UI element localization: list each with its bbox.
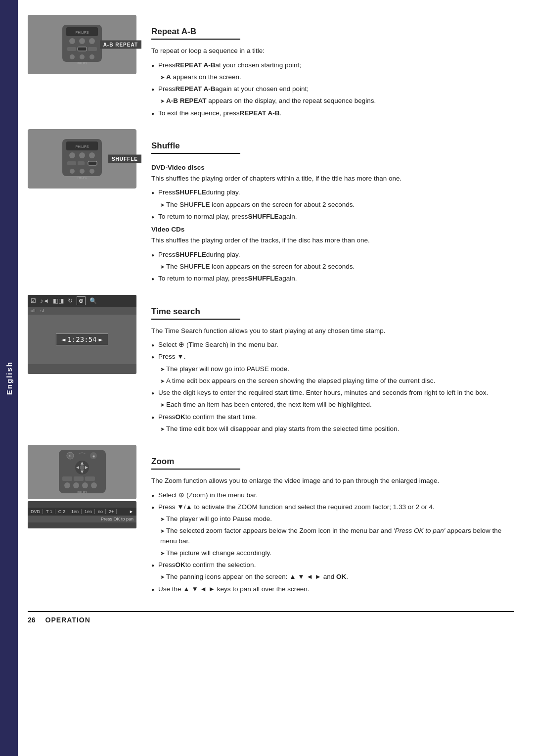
svg-point-4	[79, 38, 85, 44]
time-search-intro: The Time Search function allows you to s…	[151, 326, 514, 336]
shuffle-left: PHILIPS PHILIPS SHUFFLE	[28, 129, 141, 286]
svg-text:PHILIPS: PHILIPS	[77, 491, 87, 494]
shuffle-right: Shuffle DVD-Video discs This shuffles th…	[151, 129, 514, 286]
svg-text:PHILIPS: PHILIPS	[77, 176, 87, 179]
bold-text: REPEAT A-B	[176, 84, 216, 94]
shuffle-device-image: PHILIPS PHILIPS SHUFFLE	[28, 129, 136, 189]
shuffle-device-label: SHUFFLE	[108, 154, 141, 163]
svg-text:PHILIPS: PHILIPS	[76, 145, 89, 148]
shuffle-dvd-subtitle: DVD-Video discs	[151, 164, 514, 171]
shuffle-vcd-intro: This shuffles the playing order of the t…	[151, 235, 514, 246]
bold-text: A-B REPEAT	[166, 97, 207, 104]
repeat-ab-device-label: A-B REPEAT	[100, 41, 141, 49]
time-search-left: ☑ ♪◄ ◧◨ ↻ ⊕ 🔍 off st ◄ 1:23:54 ►	[28, 295, 141, 436]
timecode-display: ◄ 1:23:54 ►	[56, 333, 108, 345]
list-item: Press SHUFFLE during play.	[151, 188, 514, 197]
list-item: Press ▼/▲ to activate the ZOOM function …	[151, 502, 514, 512]
shuffle-remote-svg: PHILIPS PHILIPS	[57, 137, 107, 181]
time-search-bullets: Select ⊕ (Time Search) in the menu bar. …	[151, 340, 514, 434]
footer-section-label: OPERATION	[45, 616, 90, 624]
list-item: Select ⊕ (Time Search) in the menu bar.	[151, 340, 514, 350]
repeat-ab-left: PHILIPS PHILIPS A-B REPEAT	[28, 15, 141, 120]
menu-icon-time-active: ⊕	[77, 296, 86, 305]
shuffle-section: PHILIPS PHILIPS SHUFFLE Shuffle DVD-Vide…	[28, 129, 514, 286]
svg-rect-37	[62, 476, 72, 481]
screen-body: ◄ 1:23:54 ►	[28, 315, 136, 364]
list-item: Press ▼.	[151, 352, 514, 362]
svg-rect-38	[74, 476, 84, 481]
list-item: To return to normal play, press SHUFFLE …	[151, 274, 514, 284]
svg-text:PHILIPS: PHILIPS	[76, 31, 89, 34]
shuffle-vcd-subtitle: Video CDs	[151, 226, 514, 233]
svg-point-16	[69, 152, 75, 158]
zoom-left: ⊙ ◉	[28, 445, 141, 596]
list-item: A appears on the screen.	[151, 72, 514, 82]
menu-icon-adjust: ◧◨	[53, 297, 64, 304]
time-search-screen: ☑ ♪◄ ◧◨ ↻ ⊕ 🔍 off st ◄ 1:23:54 ►	[28, 295, 136, 374]
list-item: Press SHUFFLE during play.	[151, 250, 514, 260]
zoom-bar-dvd: DVD	[31, 509, 43, 514]
list-item: Select ⊕ (Zoom) in the menu bar.	[151, 490, 514, 500]
zoom-remote-image: ⊙ ◉	[28, 445, 136, 499]
time-search-right: Time search The Time Search function all…	[151, 295, 514, 436]
repeat-ab-section: PHILIPS PHILIPS A-B REPEAT	[28, 15, 514, 120]
shuffle-vcd-bullets: Press SHUFFLE during play. The SHUFFLE i…	[151, 250, 514, 284]
sidebar: English	[0, 0, 18, 756]
list-item: Use the ▲ ▼ ◄ ► keys to pan all over the…	[151, 584, 514, 594]
list-item: Press REPEAT A-B at your chosen starting…	[151, 60, 514, 70]
bold-text: OK	[336, 573, 346, 580]
zoom-bar-t: T 1	[46, 509, 55, 514]
zoom-bullets: Select ⊕ (Zoom) in the menu bar. Press ▼…	[151, 490, 514, 594]
bold-text: OK	[176, 560, 185, 570]
list-item: To exit the sequence, press REPEAT A-B.	[151, 108, 514, 118]
list-item: The panning icons appear on the screen: …	[151, 572, 514, 582]
svg-rect-19	[67, 161, 76, 165]
svg-point-43	[91, 482, 97, 488]
timecode-right-arrow: ►	[99, 335, 103, 343]
list-item: Press OK to confirm the start time.	[151, 412, 514, 422]
svg-text:⊙: ⊙	[69, 454, 72, 458]
list-item: Use the digit keys to enter the required…	[151, 388, 514, 398]
svg-rect-8	[88, 47, 97, 51]
bold-text: REPEAT A-B	[239, 108, 279, 118]
zoom-right: Zoom The Zoom function allows you to enl…	[151, 445, 514, 596]
list-item: The player will now go into PAUSE mode.	[151, 364, 514, 374]
italic-text: 'Press OK to pan'	[394, 527, 445, 534]
svg-rect-6	[67, 47, 76, 51]
shuffle-title: Shuffle	[151, 141, 240, 154]
zoom-bar-2plus: 2+	[109, 509, 117, 514]
shuffle-dvd-bullets: Press SHUFFLE during play. The SHUFFLE i…	[151, 188, 514, 222]
screen-menubar: ☑ ♪◄ ◧◨ ↻ ⊕ 🔍	[28, 295, 136, 307]
svg-point-41	[73, 482, 79, 488]
timecode-left-arrow: ◄	[61, 335, 65, 343]
repeat-ab-bullets: Press REPEAT A-B at your chosen starting…	[151, 60, 514, 118]
list-item: Press OK to confirm the selection.	[151, 560, 514, 570]
zoom-bar-c: C 2	[58, 509, 68, 514]
time-search-title: Time search	[151, 307, 240, 320]
main-content: PHILIPS PHILIPS A-B REPEAT	[18, 0, 534, 639]
bold-text: A	[166, 73, 171, 81]
list-item: Each time an item has been entered, the …	[151, 400, 514, 410]
svg-point-36	[80, 465, 85, 470]
zoom-bar-1en1: 1en	[71, 509, 82, 514]
svg-rect-39	[85, 476, 95, 481]
menu-icon-arrow: ↻	[68, 297, 73, 304]
zoom-screen-bottom-text: Press OK to pan	[28, 516, 136, 522]
svg-text:◉: ◉	[92, 455, 94, 458]
menu-icon-check: ☑	[31, 297, 36, 304]
svg-point-5	[89, 38, 95, 44]
list-item: The selected zoom factor appears below t…	[151, 526, 514, 546]
svg-point-40	[64, 482, 70, 488]
sidebar-language-label: English	[5, 361, 13, 395]
bold-text: REPEAT A-B	[176, 60, 216, 70]
zoom-screen-bar: DVD T 1 C 2 1en 1en no 2+ ►	[28, 508, 136, 516]
timecode-value: 1:23:54	[67, 335, 96, 343]
screen-label-off: off	[31, 308, 36, 313]
svg-point-18	[89, 152, 95, 158]
list-item: The time edit box will disappear and pla…	[151, 424, 514, 434]
svg-point-22	[70, 169, 75, 174]
zoom-bar-arrow: ►	[129, 509, 134, 514]
zoom-intro: The Zoom function allows you to enlarge …	[151, 475, 514, 486]
bold-text: SHUFFLE	[176, 250, 206, 260]
list-item: Press REPEAT A-B again at your chosen en…	[151, 84, 514, 94]
